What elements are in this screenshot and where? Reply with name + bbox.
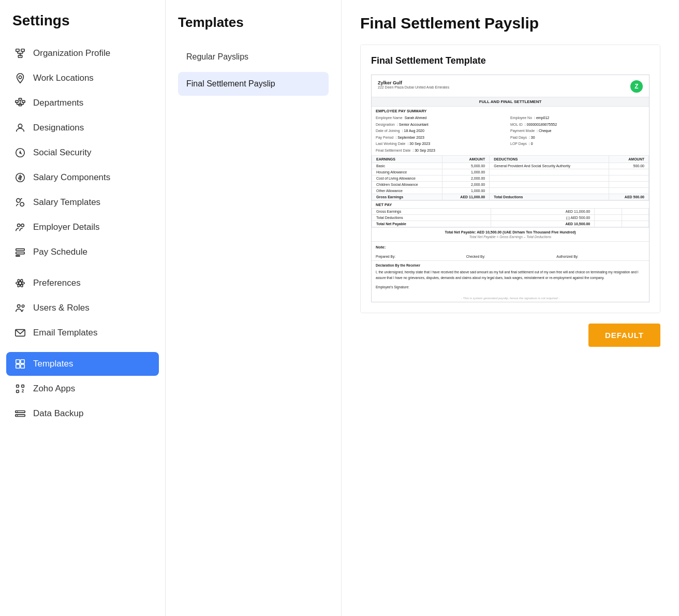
location-icon: [14, 72, 26, 84]
sidebar-item-users-roles[interactable]: Users & Roles: [6, 296, 159, 320]
svg-rect-10: [22, 100, 25, 102]
payslip-field: MOL ID: 000000189075552: [510, 122, 645, 128]
net-pay-row: Total Deductions(-) AED 500.00: [372, 215, 649, 221]
sidebar-item-designations[interactable]: Designations: [6, 116, 159, 140]
preview-inner: Final Settlement Template Zylker Gulf 22…: [361, 45, 660, 313]
earnings-deductions-row: Basic5,000.00General Provident And Socia…: [372, 163, 649, 169]
sidebar-item-email-templates[interactable]: Email Templates: [6, 321, 159, 345]
svg-rect-0: [16, 49, 19, 52]
svg-point-43: [17, 411, 18, 412]
svg-rect-8: [16, 100, 18, 102]
payslip-field: Date of Joining: 18 Aug 2020: [376, 128, 510, 134]
sidebar-item-label: Email Templates: [33, 328, 97, 338]
payslip-document: Zylker Gulf 222 Deen Plaza Dubai United …: [371, 75, 650, 302]
deductions-header: DEDUCTIONS: [490, 156, 609, 163]
sidebar-item-label: Salary Components: [33, 172, 110, 183]
sidebar-item-salary-components[interactable]: Salary Components: [6, 166, 159, 189]
pay-schedule-icon: [14, 246, 26, 258]
sidebar-item-label: Users & Roles: [33, 303, 90, 313]
zoho-apps-icon: 2: [14, 383, 26, 394]
org-icon: [14, 48, 26, 59]
employer-details-icon: [14, 222, 26, 233]
sidebar-item-label: Data Backup: [33, 408, 83, 419]
payslip-watermark: - This is system generated payslip, henc…: [372, 295, 649, 302]
prepared-by: Prepared By:: [376, 255, 464, 258]
deductions-amount-header: AMOUNT: [609, 156, 648, 163]
preview-title: Final Settlement Template: [371, 55, 650, 66]
svg-rect-39: [17, 390, 19, 393]
net-pay-row: Total Net PayableAED 10,500.00: [372, 221, 649, 227]
employee-summary-title: EMPLOYEE PAY SUMMARY: [372, 107, 649, 114]
payslip-field: Pay Period: September 2023: [376, 135, 510, 141]
sidebar-item-data-backup[interactable]: Data Backup: [6, 402, 159, 426]
checked-by: Checked By:: [466, 255, 555, 258]
sidebar-item-label: Zoho Apps: [33, 384, 75, 394]
sidebar-item-organization-profile[interactable]: Organization Profile: [6, 41, 159, 65]
template-item-final-settlement-payslip[interactable]: Final Settlement Payslip: [178, 72, 329, 96]
sidebar-item-employer-details[interactable]: Employer Details: [6, 215, 159, 239]
sidebar-title: Settings: [6, 12, 159, 29]
sidebar-item-zoho-apps[interactable]: 2 Zoho Apps: [6, 377, 159, 401]
svg-point-16: [18, 124, 22, 128]
total-deductions-label: Total Deductions: [490, 194, 609, 200]
declaration-title: Declaration By the Receiver: [376, 263, 645, 268]
sidebar-item-label: Templates: [33, 359, 73, 369]
sidebar-item-pay-schedule[interactable]: Pay Schedule: [6, 240, 159, 264]
payslip-field: Designation: Senior Accountant: [376, 122, 510, 128]
sidebar-item-departments[interactable]: Departments: [6, 91, 159, 115]
authorized-by: Authorized By:: [556, 255, 645, 258]
svg-point-30: [18, 305, 21, 308]
gross-earnings-label: Gross Earnings: [372, 194, 442, 200]
company-address: 222 Deen Plaza Dubai United Arab Emirate…: [378, 85, 449, 89]
sidebar-item-label: Designations: [33, 123, 84, 133]
departments-icon: [14, 97, 26, 109]
sidebar: Settings Organization Profile Work Locat…: [0, 0, 166, 616]
default-button[interactable]: DEFAULT: [588, 324, 660, 347]
total-deductions-value: AED 500.00: [609, 194, 648, 200]
social-security-icon: [14, 147, 26, 158]
svg-rect-9: [19, 98, 22, 100]
payslip-field: Employee NameSarah Ahmed: [376, 115, 510, 121]
sidebar-item-templates[interactable]: Templates: [6, 352, 159, 376]
svg-point-31: [22, 305, 24, 307]
sidebar-item-label: Salary Templates: [33, 197, 100, 208]
payslip-field: Paid Days: 30: [510, 135, 645, 141]
sidebar-item-salary-templates[interactable]: Salary Templates: [6, 190, 159, 214]
svg-rect-33: [16, 360, 20, 363]
salary-components-icon: [14, 172, 26, 183]
sidebar-item-preferences[interactable]: Preferences: [6, 271, 159, 295]
template-item-regular-payslips[interactable]: Regular Payslips: [178, 45, 329, 69]
svg-point-21: [20, 202, 24, 206]
svg-rect-34: [16, 364, 20, 368]
svg-rect-38: [22, 385, 24, 388]
right-title: Final Settlement Payslip: [360, 14, 660, 32]
signatures-grid: Prepared By: Checked By: Authorized By:: [372, 253, 649, 260]
svg-point-22: [18, 224, 21, 227]
earnings-deductions-row: Housing Allowance1,000.00: [372, 169, 649, 175]
earnings-header: EARNINGS: [372, 156, 442, 163]
payslip-fields: Employee NameSarah AhmedEmployee No: emp…: [372, 114, 649, 155]
svg-point-23: [21, 224, 24, 227]
svg-point-44: [17, 415, 18, 416]
sidebar-item-label: Pay Schedule: [33, 247, 87, 257]
right-panel: Final Settlement Payslip Final Settlemen…: [342, 0, 679, 616]
svg-point-27: [16, 282, 25, 285]
payslip-field: Payment Mode: Cheque: [510, 128, 645, 134]
net-pay-row: Gross EarningsAED 11,000.00: [372, 209, 649, 215]
earnings-amount-header: AMOUNT: [442, 156, 490, 163]
templates-icon: [14, 358, 26, 370]
sidebar-item-work-locations[interactable]: Work Locations: [6, 66, 159, 90]
sidebar-item-label: Preferences: [33, 278, 81, 288]
sidebar-item-social-security[interactable]: Social Security: [6, 141, 159, 165]
payslip-field: LOP Days: 0: [510, 141, 645, 147]
preview-container: Final Settlement Template Zylker Gulf 22…: [360, 45, 660, 313]
svg-rect-41: [16, 411, 25, 413]
declaration-text: I, the undersigned, hereby state that I …: [376, 270, 645, 281]
sidebar-item-label: Employer Details: [33, 222, 100, 232]
svg-rect-37: [17, 385, 19, 388]
svg-rect-36: [21, 364, 24, 368]
earnings-deductions-table: EARNINGS AMOUNT DEDUCTIONS AMOUNT Basic5…: [372, 155, 649, 200]
salary-templates-icon: [14, 197, 26, 208]
svg-rect-25: [16, 252, 25, 254]
sidebar-item-label: Departments: [33, 98, 83, 108]
